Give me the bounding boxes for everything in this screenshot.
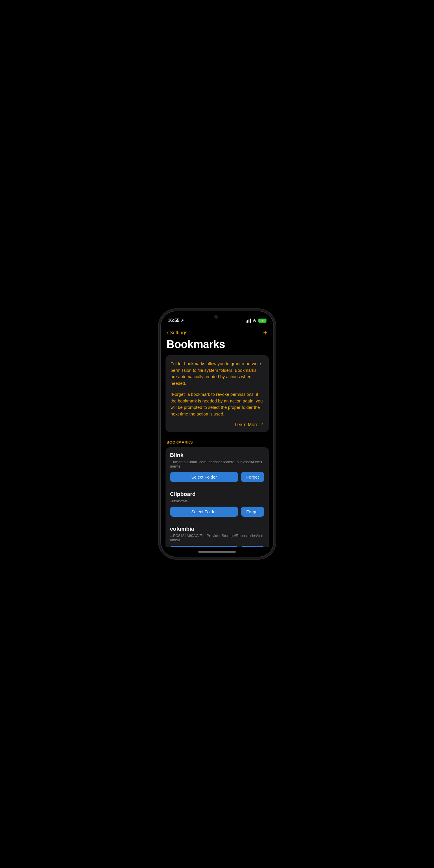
back-button[interactable]: ‹ Settings	[167, 330, 187, 336]
signal-bars	[246, 318, 251, 322]
info-paragraph-1: Folder bookmarks allow you to grant read…	[171, 361, 264, 386]
signal-bar-1	[246, 321, 247, 322]
bookmark-path: ...uments/iCloud~com~carloscabanero~blin…	[170, 460, 264, 468]
info-paragraph-2: "Forget" a bookmark to revoke permission…	[171, 391, 264, 417]
camera	[214, 315, 218, 318]
nav-header: ‹ Settings +	[161, 326, 273, 337]
bookmark-item: Blink ...uments/iCloud~com~carloscabaner…	[165, 447, 269, 486]
wifi-icon: ⊜	[253, 318, 256, 323]
bookmark-path: –unknown–	[170, 499, 264, 503]
bookmark-item: columbia ...FC8184A80AC/File Provider St…	[165, 521, 269, 547]
navigation-arrow-icon: ↗	[181, 318, 184, 322]
learn-more-link[interactable]: Learn More ↗	[171, 422, 264, 427]
bookmarks-list: Blink ...uments/iCloud~com~carloscabaner…	[165, 447, 269, 547]
bookmark-name: Blink	[170, 452, 264, 458]
forget-button[interactable]: Forget	[241, 507, 264, 517]
signal-bar-4	[250, 318, 251, 322]
bookmark-item: Clipboard –unknown– Select Folder Forget	[165, 486, 269, 521]
scroll-area[interactable]: ‹ Settings + Bookmarks Folder bookmarks …	[161, 326, 273, 547]
add-button[interactable]: +	[263, 328, 267, 337]
phone-frame: 16:55 ↗ ⊜ ⚡	[160, 311, 274, 557]
time-display: 16:55	[168, 318, 180, 323]
page-title: Bookmarks	[161, 337, 273, 355]
forget-button[interactable]: Forget	[241, 472, 264, 482]
info-box: Folder bookmarks allow you to grant read…	[165, 355, 269, 432]
select-folder-button[interactable]: Select Folder	[170, 472, 239, 482]
select-folder-button[interactable]: Select Folder	[170, 507, 239, 517]
phone-screen: 16:55 ↗ ⊜ ⚡	[161, 311, 273, 557]
bookmark-path: ...FC8184A80AC/File Provider Storage/Rep…	[170, 533, 264, 542]
home-bar	[198, 551, 236, 553]
back-label: Settings	[169, 330, 187, 336]
chevron-left-icon: ‹	[167, 330, 169, 336]
notch	[199, 311, 235, 322]
signal-bar-2	[247, 320, 248, 322]
status-time: 16:55 ↗	[168, 318, 184, 323]
charging-icon: ⚡	[261, 319, 264, 322]
bookmark-actions: Select Folder Forget	[170, 472, 264, 482]
bookmark-name: columbia	[170, 526, 264, 532]
section-header: BOOKMARKS	[161, 438, 273, 447]
status-icons: ⊜ ⚡	[246, 318, 267, 323]
bookmark-name: Clipboard	[170, 491, 264, 497]
learn-more-text: Learn More ↗	[235, 422, 263, 427]
battery-icon: ⚡	[258, 318, 267, 322]
home-indicator	[161, 547, 273, 557]
signal-bar-3	[249, 319, 249, 322]
bookmark-actions: Select Folder Forget	[170, 507, 264, 517]
